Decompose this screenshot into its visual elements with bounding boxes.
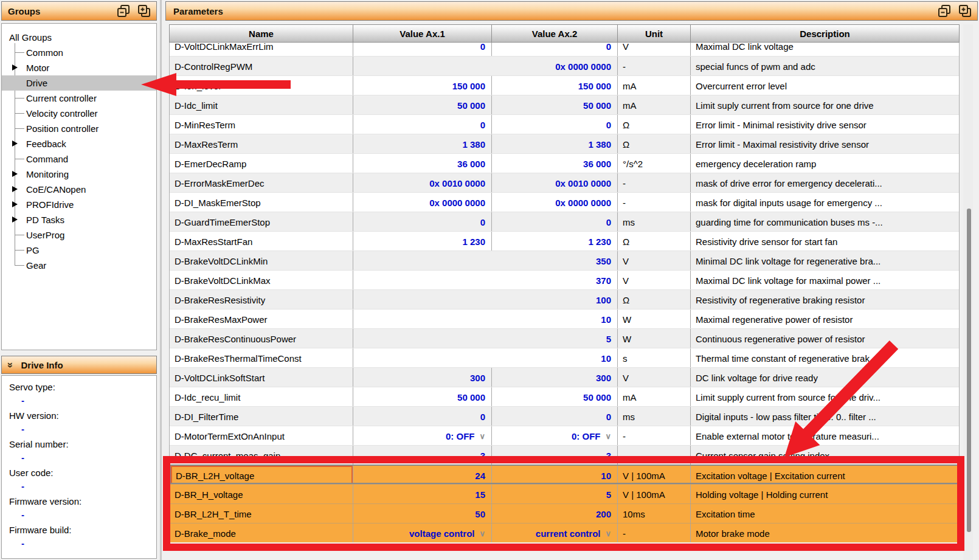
param-value-cell[interactable]: 3 — [353, 446, 492, 465]
sidebar-item-feedback[interactable]: Feedback — [2, 136, 156, 151]
param-value-cell[interactable]: 50 000 — [492, 95, 618, 114]
param-name-cell[interactable]: D-VoltDCLinkMaxErrLim — [170, 43, 353, 56]
vertical-scrollbar-thumb[interactable] — [967, 209, 971, 532]
table-row[interactable]: D-MotorTermExtOnAnInput0: OFF∨0: OFF∨-En… — [170, 426, 959, 445]
sidebar-item-pd-tasks[interactable]: PD Tasks — [2, 212, 156, 227]
param-value-cell[interactable]: 50 000 — [353, 95, 492, 114]
param-value-cell[interactable]: 5 — [353, 329, 618, 348]
param-value-cell[interactable]: 300 — [492, 368, 618, 387]
param-value-cell[interactable]: 0x 0000 0000 — [492, 193, 618, 212]
table-row[interactable]: D-DI_FilterTime00msDigital inputs - low … — [170, 406, 959, 426]
param-name-cell[interactable]: D-VoltDCLinkSoftStart — [170, 368, 353, 387]
param-value-cell[interactable]: 50 — [353, 504, 492, 523]
table-row[interactable]: D-ControlRegPWM0x 0000 0000-special func… — [170, 56, 959, 75]
sidebar-item-userprog[interactable]: UserProg — [2, 227, 156, 243]
param-value-dropdown[interactable]: 0: OFF∨ — [492, 426, 618, 445]
table-row[interactable]: D-Brake_modevoltage control∨current cont… — [170, 523, 959, 542]
param-value-cell[interactable]: 370 — [353, 271, 618, 289]
param-name-cell[interactable]: D-BrakeResResistivity — [170, 290, 353, 309]
param-name-cell[interactable]: D-ErrorMaskEmerDec — [170, 173, 353, 192]
param-value-cell[interactable]: 150 000 — [353, 76, 492, 95]
param-name-cell[interactable]: D-BR_H_voltage — [170, 485, 353, 503]
param-name-cell[interactable]: D-BrakeVoltDCLinkMax — [170, 271, 353, 289]
table-row[interactable]: D-ErrorMaskEmerDec0x 0010 00000x 0010 00… — [170, 173, 959, 192]
table-row[interactable]: D-VoltDCLinkSoftStart300300VDC link volt… — [170, 367, 959, 387]
param-value-cell[interactable]: 0x 0000 0000 — [353, 193, 492, 212]
table-row[interactable]: D-DC_current_meas_gain33-Current sensor … — [170, 445, 959, 465]
chevron-down-icon[interactable]: ∨ — [479, 529, 485, 538]
param-value-cell[interactable]: 0 — [492, 407, 618, 426]
param-name-cell[interactable]: D-MaxResTerm — [170, 134, 353, 153]
param-value-cell[interactable]: 0 — [353, 115, 492, 134]
param-value-cell[interactable]: 15 — [353, 485, 492, 503]
param-value-cell[interactable]: 5 — [492, 485, 618, 503]
param-name-cell[interactable]: D-BrakeResThermalTimeConst — [170, 348, 353, 367]
table-row[interactable]: D-BrakeResContinuousPower5WContinuous re… — [170, 328, 959, 348]
chevron-down-icon[interactable]: ∨ — [605, 432, 611, 441]
table-row[interactable]: D-Ien_level150 000150 000mAOvercurrent e… — [170, 75, 959, 95]
sidebar-item-velocity-controller[interactable]: Velocity controller — [2, 106, 156, 121]
param-name-cell[interactable]: D-GuardTimeEmerStop — [170, 212, 353, 231]
param-value-cell[interactable]: 36 000 — [492, 154, 618, 173]
drive-info-panel-header[interactable]: » Drive Info — [1, 356, 157, 374]
param-value-cell[interactable]: 50 000 — [353, 387, 492, 406]
param-value-cell[interactable]: 350 — [353, 251, 618, 270]
table-row[interactable]: D-VoltDCLinkMaxErrLim00VMaximal DC link … — [170, 43, 959, 56]
sidebar-item-coe-canopen[interactable]: CoE/CANopen — [2, 182, 156, 197]
param-value-cell[interactable]: 3 — [492, 446, 618, 465]
collapse-all-icon[interactable] — [116, 4, 131, 18]
param-value-cell[interactable]: 10 — [353, 309, 618, 328]
sidebar-item-drive[interactable]: Drive — [2, 75, 156, 91]
param-value-cell[interactable]: 1 380 — [492, 134, 618, 153]
param-value-cell[interactable]: 50 000 — [492, 387, 618, 406]
param-name-cell[interactable]: D-BrakeResContinuousPower — [170, 329, 353, 348]
param-value-cell[interactable]: 1 230 — [492, 232, 618, 251]
sidebar-item-command[interactable]: Command — [2, 151, 156, 167]
param-name-cell[interactable]: D-BR_L2H_voltage — [171, 466, 353, 484]
expand-triangle-icon[interactable] — [12, 216, 18, 223]
expand-all-icon[interactable] — [958, 4, 972, 18]
param-name-cell[interactable]: D-Brake_mode — [170, 524, 353, 542]
param-name-cell[interactable]: D-BrakeResMaxPower — [170, 309, 353, 328]
sidebar-item-monitoring[interactable]: Monitoring — [2, 167, 156, 182]
panel-splitter[interactable] — [160, 0, 162, 560]
param-name-cell[interactable]: D-MinResTerm — [170, 115, 353, 134]
param-value-cell[interactable]: 300 — [353, 368, 492, 387]
table-row[interactable]: D-Idc_limit50 00050 000mALimit suply cur… — [170, 95, 959, 114]
table-row[interactable]: D-GuardTimeEmerStop00msguarding time for… — [170, 212, 959, 231]
sidebar-item-position-controller[interactable]: Position controller — [2, 121, 156, 136]
param-value-cell[interactable]: 0 — [492, 115, 618, 134]
param-value-cell[interactable]: 0x 0010 0000 — [353, 173, 492, 192]
param-value-cell[interactable]: 200 — [492, 504, 618, 523]
param-value-cell[interactable]: 100 — [353, 290, 618, 309]
sidebar-item-profidrive[interactable]: PROFIdrive — [2, 197, 156, 212]
chevron-down-icon[interactable]: ∨ — [605, 529, 611, 538]
param-name-cell[interactable]: D-ControlRegPWM — [170, 57, 353, 75]
param-value-cell[interactable]: 0 — [492, 43, 618, 56]
sidebar-item-current-controller[interactable]: Current controller — [2, 91, 156, 106]
expand-triangle-icon[interactable] — [12, 140, 18, 147]
param-name-cell[interactable]: D-DI_FilterTime — [170, 407, 353, 426]
param-name-cell[interactable]: D-MaxResStartFan — [170, 232, 353, 251]
expand-triangle-icon[interactable] — [12, 64, 18, 71]
param-value-cell[interactable]: 0x 0000 0000 — [353, 57, 618, 75]
param-value-cell[interactable]: 1 380 — [353, 134, 492, 153]
collapse-panel-chevron-icon[interactable]: » — [5, 362, 16, 367]
param-value-cell[interactable]: 0x 0010 0000 — [492, 173, 618, 192]
param-value-dropdown[interactable]: current control∨ — [492, 524, 618, 542]
expand-triangle-icon[interactable] — [12, 171, 18, 177]
param-value-cell[interactable]: 10 — [492, 466, 618, 484]
param-name-cell[interactable]: D-Idc_limit — [170, 95, 353, 114]
param-value-dropdown[interactable]: 0: OFF∨ — [353, 426, 492, 445]
param-value-cell[interactable]: 1 230 — [353, 232, 492, 251]
param-name-cell[interactable]: D-DC_current_meas_gain — [170, 446, 353, 465]
expand-all-icon[interactable] — [137, 4, 151, 18]
param-value-dropdown[interactable]: voltage control∨ — [353, 524, 492, 542]
table-row[interactable]: D-MinResTerm00ΩError limit - Minimal res… — [170, 114, 959, 134]
param-value-cell[interactable]: 0 — [492, 212, 618, 231]
param-name-cell[interactable]: D-DI_MaskEmerStop — [170, 193, 353, 212]
param-name-cell[interactable]: D-Idc_recu_limit — [170, 387, 353, 406]
table-row[interactable]: D-BR_L2H_voltage2410V | 100mAExcitation … — [170, 465, 959, 484]
table-row[interactable]: D-BR_L2H_T_time5020010msExcitation time — [170, 503, 959, 523]
table-row[interactable]: D-Idc_recu_limit50 00050 000mALimit supp… — [170, 387, 959, 406]
